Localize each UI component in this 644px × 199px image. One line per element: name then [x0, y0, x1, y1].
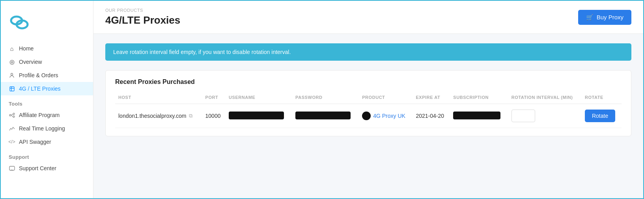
sidebar-item-profile-orders[interactable]: Profile & Orders: [1, 69, 93, 82]
sidebar-item-label: API Swagger: [19, 139, 51, 145]
host-value: london1.thesocialproxy.com: [118, 113, 187, 119]
sidebar: ⌂ Home ◎ Overview Profile & Orders 4G / …: [1, 1, 93, 198]
breadcrumb: OUR PRODUCTS: [105, 8, 180, 13]
sidebar-item-support-center[interactable]: Support Center: [1, 162, 93, 175]
box-icon: [9, 86, 15, 92]
col-password: PASSWORD: [292, 92, 359, 104]
info-banner-text: Leave rotation interval field empty, if …: [113, 49, 291, 55]
col-subscription: SUBSCRIPTION: [450, 92, 508, 104]
sidebar-item-label: Overview: [19, 59, 42, 65]
sidebar-item-label: Affiliate Program: [19, 112, 60, 118]
page-header: OUR PRODUCTS 4G/LTE Proxies 🛒 Buy Proxy: [93, 1, 643, 34]
col-rotation: ROTATION INTERVAL (MIN): [508, 92, 582, 104]
subscription-cell: [450, 104, 508, 128]
svg-line-8: [11, 115, 13, 117]
support-icon: [9, 165, 15, 171]
svg-rect-3: [10, 87, 14, 91]
home-icon: ⌂: [9, 45, 15, 52]
sidebar-item-affiliate-program[interactable]: Affiliate Program: [1, 108, 93, 122]
svg-rect-9: [9, 166, 15, 170]
sidebar-item-overview[interactable]: ◎ Overview: [1, 55, 93, 69]
sidebar-item-4g-lte-proxies[interactable]: 4G / LTE Proxies: [1, 82, 93, 95]
host-cell: london1.thesocialproxy.com ⧉: [115, 104, 202, 128]
col-rotate: ROTATE: [582, 92, 622, 104]
table-row: london1.thesocialproxy.com ⧉ 10000: [115, 104, 622, 128]
svg-point-6: [13, 116, 15, 117]
username-redacted: [229, 112, 284, 119]
info-banner: Leave rotation interval field empty, if …: [105, 43, 631, 61]
sidebar-item-real-time-logging[interactable]: Real Time Logging: [1, 122, 93, 135]
rotation-interval-input[interactable]: [511, 110, 535, 122]
page-content: Leave rotation interval field empty, if …: [93, 34, 643, 198]
main-content: OUR PRODUCTS 4G/LTE Proxies 🛒 Buy Proxy …: [93, 1, 643, 198]
svg-point-2: [11, 73, 13, 75]
svg-line-7: [11, 114, 13, 115]
logo: [1, 9, 93, 42]
table-card: Recent Proxies Purchased HOST PORT USERN…: [105, 70, 631, 136]
product-cell: 4G Proxy UK: [359, 104, 413, 128]
password-redacted: [295, 112, 351, 119]
overview-icon: ◎: [9, 59, 15, 65]
cart-icon: 🛒: [586, 14, 594, 21]
svg-point-4: [9, 114, 11, 116]
header-left: OUR PRODUCTS 4G/LTE Proxies: [105, 8, 180, 26]
buy-proxy-button[interactable]: 🛒 Buy Proxy: [578, 10, 631, 25]
affiliate-icon: [9, 112, 15, 118]
rotation-interval-cell: [508, 104, 582, 128]
product-dot: [362, 112, 371, 120]
username-cell: [226, 104, 292, 128]
buy-proxy-label: Buy Proxy: [597, 14, 623, 20]
copy-icon[interactable]: ⧉: [189, 113, 192, 119]
sidebar-item-label: Support Center: [19, 165, 56, 171]
sidebar-item-label: Home: [19, 45, 34, 52]
api-icon: </>: [9, 139, 15, 145]
sidebar-item-home[interactable]: ⌂ Home: [1, 42, 93, 55]
rotate-button[interactable]: Rotate: [585, 110, 615, 122]
table-card-title: Recent Proxies Purchased: [115, 78, 622, 86]
sidebar-item-label: 4G / LTE Proxies: [19, 86, 61, 92]
tools-section-header: Tools: [1, 95, 93, 108]
logging-icon: [9, 125, 15, 132]
page-title: 4G/LTE Proxies: [105, 14, 180, 26]
col-port: PORT: [202, 92, 226, 104]
sidebar-item-api-swagger[interactable]: </> API Swagger: [1, 135, 93, 149]
proxies-table: HOST PORT USERNAME PASSWORD PRODUCT EXPI…: [115, 92, 622, 128]
expire-cell: 2021-04-20: [413, 104, 450, 128]
profile-icon: [9, 72, 15, 78]
product-label: 4G Proxy UK: [373, 113, 405, 119]
col-username: USERNAME: [226, 92, 292, 104]
col-product: PRODUCT: [359, 92, 413, 104]
sidebar-item-label: Profile & Orders: [19, 72, 58, 78]
support-section-header: Support: [1, 149, 93, 162]
subscription-redacted: [453, 112, 500, 119]
svg-point-5: [13, 113, 15, 115]
sidebar-item-label: Real Time Logging: [19, 125, 65, 132]
password-cell: [292, 104, 359, 128]
rotate-cell: Rotate: [582, 104, 622, 128]
table-header-row: HOST PORT USERNAME PASSWORD PRODUCT EXPI…: [115, 92, 622, 104]
port-cell: 10000: [202, 104, 226, 128]
col-expire: EXPIRE AT: [413, 92, 450, 104]
col-host: HOST: [115, 92, 202, 104]
